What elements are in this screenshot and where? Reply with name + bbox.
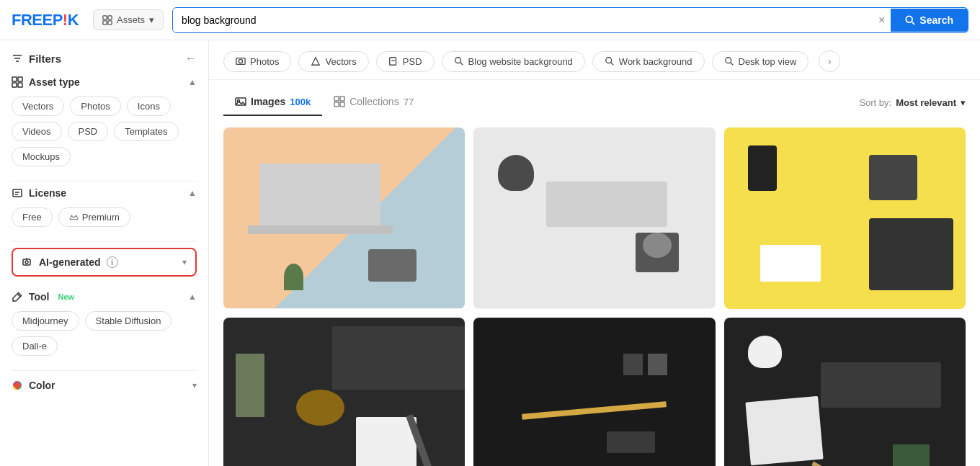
svg-point-29 — [606, 58, 612, 63]
svg-rect-36 — [340, 97, 344, 101]
color-icon — [12, 380, 23, 391]
more-tags-button[interactable]: › — [819, 50, 840, 72]
asset-type-chevron: ▲ — [188, 77, 197, 87]
nav-tag-desk-view[interactable]: Desk top view — [712, 51, 809, 72]
ai-generated-box[interactable]: AI-generated i ▾ — [12, 248, 197, 277]
tool-title-wrap: Tool New — [12, 291, 77, 303]
image-card-2[interactable] — [473, 127, 715, 309]
svg-rect-1 — [108, 15, 112, 19]
license-label: License — [29, 187, 66, 199]
nav-tag-blog-bg[interactable]: Blog website background — [442, 51, 585, 72]
tab-images[interactable]: Images 100k — [223, 89, 322, 116]
collections-tab-icon — [334, 96, 345, 107]
image-card-4[interactable] — [223, 318, 465, 467]
ai-icon — [22, 256, 33, 268]
asset-type-title: Asset type — [12, 76, 80, 88]
images-tab-label: Images — [251, 96, 285, 107]
tab-collections[interactable]: Collections 77 — [322, 89, 425, 116]
ai-info-icon[interactable]: i — [107, 256, 118, 268]
tool-header[interactable]: Tool New ▲ — [12, 291, 197, 303]
vector-tag-icon — [311, 56, 321, 66]
ai-generated-section: AI-generated i ▾ — [12, 248, 197, 277]
tag-free[interactable]: Free — [12, 207, 53, 227]
vectors-tag-label: Vectors — [325, 56, 356, 67]
ai-generated-label: AI-generated — [39, 256, 101, 268]
psd-tag-label: PSD — [403, 56, 422, 67]
license-header[interactable]: License ▲ — [12, 187, 197, 199]
clear-button[interactable]: × — [873, 8, 891, 32]
sidebar: Filters ← Asset type ▲ Vectors Pho — [0, 40, 209, 466]
asset-type-section: Asset type ▲ Vectors Photos Icons Videos… — [12, 76, 197, 166]
color-label: Color — [29, 380, 55, 391]
tabs-row: Images 100k Collections 77 Sort by: Most… — [209, 80, 980, 116]
svg-rect-11 — [12, 83, 17, 87]
tag-templates[interactable]: Templates — [114, 122, 178, 141]
svg-point-31 — [725, 58, 731, 63]
tool-section: Tool New ▲ Midjourney Stable Diffusion D… — [12, 291, 197, 356]
tag-stable-diffusion[interactable]: Stable Diffusion — [85, 311, 172, 331]
search-input[interactable] — [173, 9, 873, 32]
tag-midjourney[interactable]: Midjourney — [12, 311, 79, 331]
divider-1 — [12, 181, 197, 182]
svg-point-23 — [239, 59, 242, 63]
color-chevron: ▾ — [192, 380, 197, 390]
assets-icon — [102, 15, 112, 25]
main-layout: Filters ← Asset type ▲ Vectors Pho — [0, 40, 980, 466]
search-icon — [905, 15, 915, 25]
collapse-icon: ← — [185, 52, 197, 65]
photo-tag-icon — [236, 56, 246, 66]
nav-tag-psd[interactable]: PSD — [376, 51, 435, 72]
asset-type-tags: Vectors Photos Icons Videos PSD Template… — [12, 97, 197, 166]
blog-bg-label: Blog website background — [468, 56, 573, 67]
asset-type-header[interactable]: Asset type ▲ — [12, 76, 197, 88]
crown-icon — [69, 212, 79, 222]
tag-photos[interactable]: Photos — [70, 97, 120, 116]
tag-bar: Photos Vectors PSD Blog website backgrou… — [209, 40, 980, 80]
psd-tag-icon — [388, 56, 398, 66]
tag-psd[interactable]: PSD — [68, 122, 109, 141]
tag-videos[interactable]: Videos — [12, 122, 62, 141]
images-tab-icon — [235, 96, 246, 107]
license-tags: Free Premium — [12, 207, 197, 227]
tool-label: Tool — [29, 291, 50, 303]
sort-arrow[interactable]: ▾ — [961, 97, 966, 108]
header: FREEP!K Assets ▾ × Search — [0, 0, 980, 40]
search-button-label: Search — [919, 14, 953, 26]
search-button[interactable]: Search — [891, 9, 968, 32]
asset-type-label: Asset type — [29, 76, 80, 88]
image-card-3[interactable] — [724, 127, 966, 309]
nav-tag-vectors[interactable]: Vectors — [298, 51, 368, 72]
svg-rect-10 — [18, 77, 22, 81]
assets-label: Assets — [117, 14, 145, 25]
divider-3 — [12, 370, 197, 371]
collections-count: 77 — [404, 97, 414, 107]
image-grid — [209, 116, 980, 466]
nav-tag-photos[interactable]: Photos — [223, 51, 291, 72]
search-tag-icon-2 — [605, 56, 615, 66]
tool-tags: Midjourney Stable Diffusion Dall-e — [12, 311, 197, 356]
svg-line-28 — [460, 63, 463, 66]
svg-line-30 — [611, 63, 614, 66]
sort-value[interactable]: Most relevant — [896, 97, 956, 108]
tag-mockups[interactable]: Mockups — [12, 147, 71, 166]
tag-dall-e[interactable]: Dall-e — [12, 336, 58, 356]
svg-rect-2 — [103, 20, 107, 24]
collapse-sidebar-button[interactable]: ← — [185, 52, 197, 65]
image-card-6[interactable] — [724, 318, 966, 467]
logo: FREEP!K — [12, 11, 79, 30]
image-card-5[interactable] — [473, 318, 715, 467]
license-title: License — [12, 187, 66, 199]
search-tag-icon-1 — [454, 56, 464, 66]
assets-dropdown[interactable]: Assets ▾ — [93, 9, 164, 30]
tag-vectors[interactable]: Vectors — [12, 97, 64, 116]
svg-rect-17 — [23, 259, 30, 265]
tag-icons[interactable]: Icons — [127, 97, 171, 116]
logo-text: FREEP!K — [12, 11, 79, 30]
tabs: Images 100k Collections 77 — [223, 89, 425, 116]
image-card-1[interactable] — [223, 127, 465, 309]
ai-chevron: ▾ — [182, 257, 187, 267]
tag-premium[interactable]: Premium — [58, 207, 130, 227]
svg-point-19 — [25, 261, 28, 264]
color-header[interactable]: Color ▾ — [12, 380, 197, 391]
nav-tag-work-bg[interactable]: Work background — [592, 51, 705, 72]
